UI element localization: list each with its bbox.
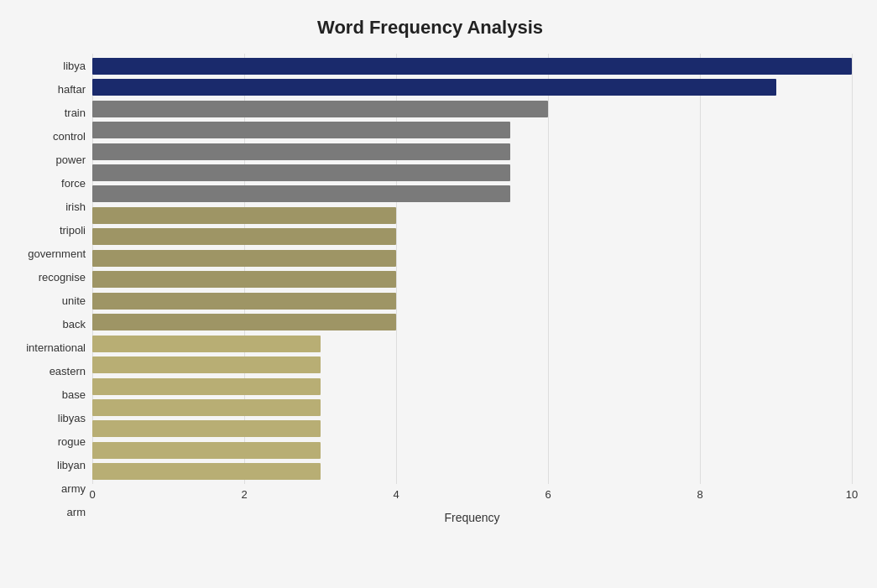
bar-row	[92, 333, 852, 354]
bar	[92, 293, 396, 310]
bar	[92, 143, 510, 160]
y-label: control	[53, 126, 86, 146]
x-tick-label: 6	[545, 488, 551, 501]
bar-row	[92, 461, 852, 482]
bar-row	[92, 119, 852, 140]
bars-wrapper	[92, 54, 852, 484]
bar	[92, 101, 548, 117]
x-tick-label: 0	[89, 488, 95, 501]
y-label: tripoli	[60, 220, 86, 240]
y-label: haftar	[58, 79, 86, 99]
bar	[92, 356, 321, 373]
bar	[92, 399, 321, 416]
plot-area: 0246810 Frequency	[92, 54, 852, 524]
bar	[92, 463, 321, 480]
bar	[92, 271, 396, 288]
y-label: power	[56, 149, 86, 169]
bar-row	[92, 419, 852, 440]
bar-row	[92, 98, 852, 119]
y-label: army	[61, 479, 86, 499]
y-label: government	[28, 243, 86, 263]
bar	[92, 442, 321, 459]
x-axis-labels: 0246810	[92, 484, 852, 509]
bar-row	[92, 354, 852, 375]
bar-row	[92, 440, 852, 461]
chart-container: Word Frequency Analysis libyahaftartrain…	[0, 0, 877, 588]
bar-row	[92, 226, 852, 247]
y-label: force	[61, 173, 86, 193]
y-label: arm	[67, 502, 86, 523]
x-axis-title: Frequency	[92, 511, 852, 524]
bar	[92, 378, 321, 395]
y-label: international	[26, 338, 86, 358]
y-label: train	[65, 102, 86, 122]
x-tick-label: 10	[846, 488, 858, 501]
bar-row	[92, 376, 852, 397]
y-label: libyas	[58, 408, 86, 429]
y-label: rogue	[58, 432, 86, 452]
grid-line	[852, 54, 853, 484]
bar-row	[92, 397, 852, 418]
bar-row	[92, 205, 852, 226]
bar	[92, 185, 510, 202]
y-label: libyan	[57, 455, 86, 476]
bar-row	[92, 76, 852, 97]
y-axis: libyahaftartraincontrolpowerforceirishtr…	[8, 54, 92, 524]
grid-and-bars	[92, 54, 852, 484]
bar	[92, 336, 321, 352]
bar	[92, 228, 396, 245]
bar	[92, 79, 776, 96]
bar	[92, 58, 852, 75]
y-label: back	[63, 315, 86, 335]
y-label: recognise	[39, 267, 86, 287]
y-label: libya	[63, 55, 86, 75]
bar-row	[92, 184, 852, 205]
y-label: eastern	[50, 362, 86, 382]
bar	[92, 250, 396, 267]
y-label: base	[62, 385, 86, 405]
bar	[92, 314, 396, 330]
bar-row	[92, 141, 852, 162]
y-label: irish	[65, 196, 86, 216]
x-tick-label: 2	[241, 488, 247, 501]
chart-area: libyahaftartraincontrolpowerforceirishtr…	[8, 54, 852, 524]
bar-row	[92, 247, 852, 268]
bar-row	[92, 269, 852, 290]
bar-row	[92, 311, 852, 332]
bar-row	[92, 162, 852, 183]
bar	[92, 207, 396, 224]
bar-row	[92, 290, 852, 311]
x-tick-label: 8	[697, 488, 702, 501]
chart-title: Word Frequency Analysis	[8, 17, 852, 39]
bar	[92, 164, 510, 181]
y-label: unite	[62, 290, 86, 310]
bar	[92, 420, 321, 437]
x-tick-label: 4	[393, 488, 399, 501]
bar	[92, 122, 510, 138]
bar-row	[92, 55, 852, 76]
